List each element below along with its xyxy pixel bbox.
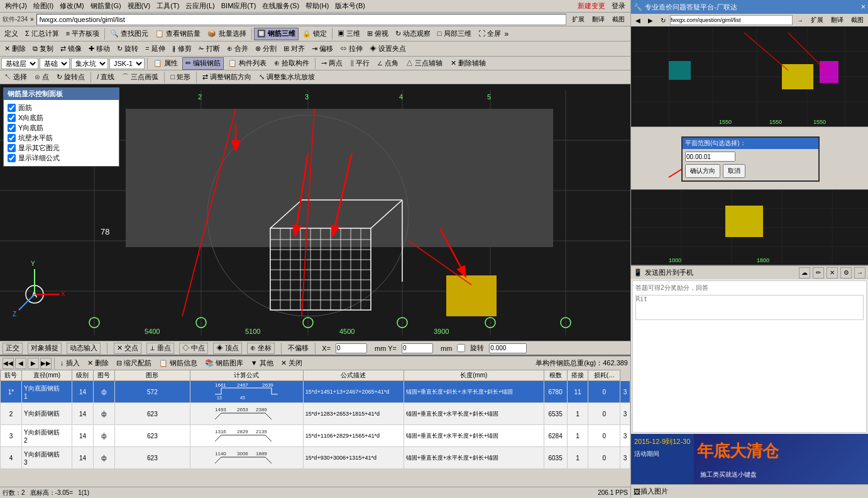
table-row[interactable]: 3 Y向斜面钢筋2 14 ф 623 1316	[1, 425, 630, 447]
expand-arrow2[interactable]: »	[505, 30, 509, 38]
type-select[interactable]: 基础	[40, 58, 70, 69]
two-point-btn[interactable]: ⊸ 两点	[318, 57, 346, 70]
x-input[interactable]	[336, 343, 367, 353]
edit-icon-btn[interactable]: ✏	[813, 267, 824, 279]
other-btn[interactable]: ▼ 其他	[248, 357, 277, 370]
checkbox-x-bottom[interactable]: X向底筋	[8, 113, 115, 123]
adjust-rebar-dir-btn[interactable]: ⇄ 调整钢筋方向	[199, 71, 255, 84]
extend-btn[interactable]: = 延伸	[142, 43, 168, 55]
x-bottom-checkbox[interactable]	[8, 114, 16, 122]
copy-btn[interactable]: ⧉ 复制	[30, 43, 57, 55]
nav-last-btn[interactable]: ▶▶	[40, 358, 52, 369]
offset-btn[interactable]: ⇥ 偏移	[309, 43, 336, 55]
define-btn[interactable]: 定义	[1, 28, 21, 40]
close-icon-btn[interactable]: ✕	[827, 267, 838, 279]
right-back-btn[interactable]: ◀	[632, 14, 644, 26]
answer-textarea[interactable]	[635, 295, 864, 320]
view-rebar-btn[interactable]: 📋 查看钢筋量	[152, 28, 204, 40]
answer-section[interactable]: 答题可得2分奖励分，回答	[632, 280, 867, 433]
checkbox-y-bottom[interactable]: Y向底筋	[8, 123, 115, 133]
level-btn[interactable]: ≡ 平齐板项	[63, 28, 102, 40]
3d-btn[interactable]: ▣ 三维	[334, 28, 363, 40]
adjust-pit-slope-btn[interactable]: ⤡ 调整集水坑放坡	[256, 71, 318, 84]
right-go-btn[interactable]: →	[794, 14, 806, 26]
lock-btn[interactable]: 🔒 锁定	[299, 28, 330, 40]
right-refresh-btn[interactable]: ↻	[657, 14, 669, 26]
rotate-input[interactable]	[489, 343, 527, 353]
nav-first-btn[interactable]: ◀◀	[3, 358, 14, 369]
split-btn[interactable]: ⊗ 分割	[252, 43, 280, 55]
y-input[interactable]	[402, 343, 433, 353]
rebar-info-btn[interactable]: 📋 钢筋信息	[156, 357, 201, 370]
screenshot-btn2[interactable]: 截图	[848, 14, 867, 26]
nav-next-btn[interactable]: ▶	[28, 358, 39, 369]
rebar-table-wrapper[interactable]: 筋号 直径(mm) 级别 图号 图形 计算公式 公式描述 长度(mm) 根数 搭…	[0, 370, 630, 487]
delete-rebar-btn[interactable]: ✕ 删除	[84, 357, 112, 370]
merge-btn[interactable]: ⊕ 合并	[224, 43, 251, 55]
scale-config-btn[interactable]: ⊟ 缩尺配筋	[113, 357, 155, 370]
rebar-lib-btn[interactable]: 📚 钢筋图库	[202, 357, 246, 370]
translate-btn[interactable]: 翻译	[589, 13, 608, 26]
expand-btn[interactable]: 扩展	[569, 13, 588, 26]
close-rebar-btn[interactable]: ✕ 关闭	[278, 357, 305, 370]
menu-item-new-change[interactable]: 新建变更	[575, 1, 608, 11]
set-grip-btn[interactable]: ◈ 设置夹点	[366, 43, 409, 55]
pick-comp-btn[interactable]: ⊕ 拾取构件	[271, 57, 312, 70]
menu-item-help[interactable]: 帮助(H)	[303, 1, 331, 11]
settings-icon-btn[interactable]: ⚙	[840, 267, 852, 279]
dynamic-input-btn[interactable]: 动态输入	[67, 343, 101, 354]
table-row[interactable]: 4 Y向斜面钢筋3 14 ф 623 1140	[1, 447, 630, 469]
menu-item-rebar-qty[interactable]: 钢筋量(G)	[88, 1, 124, 11]
menu-item-view[interactable]: 视图(V)	[125, 1, 153, 11]
break-btn[interactable]: ✁ 打断	[195, 43, 223, 55]
trim-btn[interactable]: ∦ 修剪	[169, 43, 195, 55]
table-row[interactable]: 2 Y向斜面钢筋 14 ф 623 1493	[1, 403, 630, 425]
find-elem-btn[interactable]: 🔍 查找图元	[107, 28, 151, 40]
wall-horiz-checkbox[interactable]	[8, 134, 16, 142]
rotate-checkbox[interactable]	[457, 344, 465, 352]
menu-item-draw[interactable]: 绘图(I)	[31, 1, 56, 11]
layer-select[interactable]: 基础层	[1, 58, 38, 69]
intersection-btn[interactable]: ✕ 交点	[114, 343, 141, 354]
login-btn[interactable]: 登录	[609, 1, 628, 11]
parallel-btn[interactable]: ∥ 平行	[347, 57, 373, 70]
select-tool-btn[interactable]: ↖ 选择	[1, 71, 30, 84]
right-panel-close-btn[interactable]: ×	[861, 3, 865, 11]
align-btn[interactable]: ⊞ 对齐	[280, 43, 308, 55]
show-other-checkbox[interactable]	[8, 144, 16, 152]
ortho-btn[interactable]: 正交	[3, 343, 23, 354]
local-3d-btn[interactable]: □ 局部三维	[434, 28, 475, 40]
right-url-input[interactable]	[670, 15, 793, 25]
menu-item-online[interactable]: 在线服务(S)	[260, 1, 302, 11]
screenshot-btn[interactable]: 截图	[609, 13, 628, 26]
delete-btn[interactable]: ✕ 删除	[1, 43, 29, 55]
expand-btn2[interactable]: 扩展	[808, 14, 827, 26]
move-btn[interactable]: ✚ 移动	[85, 43, 113, 55]
point-angle-btn[interactable]: ∠ 点角	[374, 57, 402, 70]
del-axis-btn[interactable]: ✕ 删除辅轴	[448, 57, 489, 70]
perp-btn[interactable]: ⊥ 垂点	[146, 343, 174, 354]
checkbox-face-rebar[interactable]: 面筋	[8, 103, 115, 113]
y-bottom-checkbox[interactable]	[8, 124, 16, 132]
table-row[interactable]: 1* Y向底面钢筋1 14 ф 572	[1, 381, 630, 403]
menu-item-bim[interactable]: BIM应用(T)	[219, 1, 259, 11]
top-view-btn[interactable]: ⊞ 俯视	[364, 28, 392, 40]
rotate-btn[interactable]: ↻ 旋转	[114, 43, 141, 55]
dynamic-obs-btn[interactable]: ↻ 动态观察	[392, 28, 434, 40]
summarize-btn[interactable]: Σ 汇总计算	[22, 28, 62, 40]
property-btn[interactable]: 📋 属性	[150, 57, 181, 70]
vertex-btn[interactable]: ◈ 顶点	[213, 343, 242, 354]
send-icon-btn2[interactable]: →	[854, 267, 865, 279]
checkbox-show-other[interactable]: 显示其它图元	[8, 143, 115, 153]
confirm-direction-btn[interactable]: 确认方向	[685, 164, 720, 178]
right-forward-btn[interactable]: ▶	[645, 14, 656, 26]
midpoint-btn[interactable]: ◇ 中点	[179, 343, 208, 354]
rotate-point-btn[interactable]: ↻ 旋转点	[53, 71, 88, 84]
line-tool-btn[interactable]: / 直线	[94, 71, 118, 84]
show-formula-checkbox[interactable]	[8, 154, 16, 162]
rebar-3d-btn[interactable]: 🔲 钢筋三维	[254, 28, 299, 40]
menu-item-component[interactable]: 构件(J)	[3, 1, 30, 11]
stretch-btn[interactable]: ⇔ 拉伸	[337, 43, 366, 55]
mirror-btn[interactable]: ⇄ 镜像	[57, 43, 85, 55]
coord-btn[interactable]: ⊕ 坐标	[247, 343, 275, 354]
